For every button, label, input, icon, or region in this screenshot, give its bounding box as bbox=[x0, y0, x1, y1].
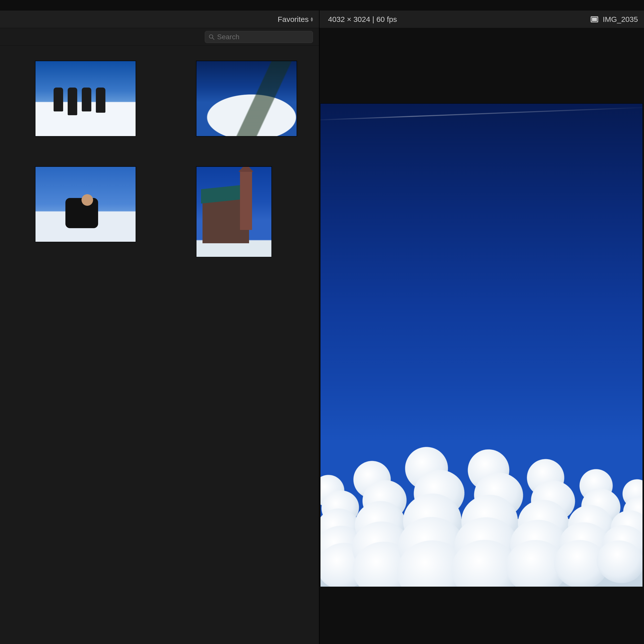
viewer-body[interactable] bbox=[319, 28, 644, 644]
preview-illustration bbox=[320, 107, 642, 121]
browser-toolbar: Favorites ▴▾ bbox=[0, 11, 319, 28]
thumb-illustration bbox=[240, 170, 252, 230]
preview-illustration bbox=[475, 547, 514, 549]
thumb-snowy-mountain[interactable] bbox=[196, 61, 297, 136]
thumb-church-building[interactable] bbox=[196, 167, 272, 257]
search-row bbox=[0, 28, 319, 46]
thumb-illustration bbox=[54, 88, 105, 115]
thumbnail-grid bbox=[15, 61, 304, 257]
preview-illustration bbox=[529, 546, 563, 550]
viewer-toolbar: 4032 × 3024 | 60 fps IMG_2035 bbox=[319, 11, 644, 28]
thumbnail-area[interactable] bbox=[0, 46, 319, 644]
info-separator: | bbox=[372, 15, 376, 23]
svg-line-1 bbox=[212, 38, 214, 39]
thumb-group-ski[interactable] bbox=[35, 61, 136, 136]
media-browser-panel: Favorites ▴▾ bbox=[0, 11, 319, 644]
viewer-info: 4032 × 3024 | 60 fps bbox=[328, 15, 397, 24]
thumb-illustration bbox=[82, 194, 93, 206]
clip-dimensions: 4032 × 3024 bbox=[328, 15, 370, 23]
thumb-sitting-snow[interactable] bbox=[35, 167, 136, 242]
search-field-wrap[interactable] bbox=[205, 31, 313, 43]
main-split: Favorites ▴▾ bbox=[0, 11, 644, 644]
clip-icon bbox=[591, 16, 598, 22]
viewer-title-group: IMG_2035 bbox=[591, 15, 638, 24]
window-titlebar bbox=[0, 0, 644, 11]
app-root: Favorites ▴▾ bbox=[0, 0, 644, 644]
thumb-illustration bbox=[65, 198, 98, 228]
search-icon bbox=[209, 34, 215, 40]
preview-image[interactable] bbox=[320, 104, 642, 587]
clip-name: IMG_2035 bbox=[603, 15, 638, 24]
filter-dropdown[interactable]: Favorites ▴▾ bbox=[278, 15, 313, 24]
filter-label: Favorites bbox=[278, 15, 309, 24]
viewer-panel: 4032 × 3024 | 60 fps IMG_2035 bbox=[319, 11, 644, 644]
preview-illustration bbox=[617, 544, 642, 551]
clip-fps: 60 fps bbox=[376, 15, 397, 23]
sort-arrows-icon: ▴▾ bbox=[311, 17, 313, 22]
search-input[interactable] bbox=[217, 33, 309, 41]
preview-illustration bbox=[420, 547, 460, 549]
